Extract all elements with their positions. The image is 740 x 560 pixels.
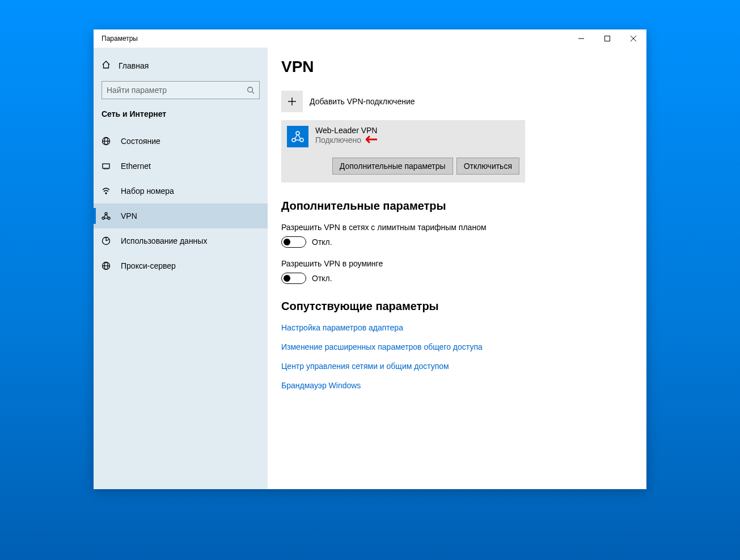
sidebar-item-ethernet[interactable]: Ethernet (94, 154, 268, 179)
home-label: Главная (119, 61, 149, 70)
svg-line-17 (104, 215, 105, 218)
content: VPN Добавить VPN-подключение Web-Leader … (268, 48, 646, 489)
arrow-annotation-icon (366, 135, 377, 145)
category-label: Сеть и Интернет (94, 109, 268, 129)
home-icon (102, 60, 111, 71)
vpn-connection-item[interactable]: Web-Leader VPN Подключено Дополнительные… (281, 120, 525, 183)
sidebar-item-label: Набор номера (121, 186, 174, 196)
globe-icon (102, 137, 111, 146)
add-vpn-button[interactable]: Добавить VPN-подключение (281, 91, 628, 112)
sidebar-item-datausage[interactable]: Использование данных (94, 228, 268, 253)
sidebar-nav: Состояние Ethernet Набор номера (94, 129, 268, 278)
svg-rect-1 (605, 36, 610, 41)
window-title: Параметры (94, 35, 138, 43)
search-input[interactable] (102, 81, 260, 99)
page-title: VPN (281, 58, 628, 76)
toggle-metered[interactable] (281, 236, 306, 248)
svg-line-18 (107, 215, 108, 218)
vpn-icon (102, 211, 111, 220)
sidebar-item-label: Ethernet (121, 162, 151, 171)
settings-window: Параметры Главная (94, 29, 646, 489)
maximize-button[interactable] (594, 29, 620, 48)
svg-point-16 (105, 213, 107, 215)
svg-rect-9 (103, 164, 109, 168)
svg-line-30 (298, 135, 301, 139)
vpn-disconnect-button[interactable]: Отключиться (456, 158, 519, 175)
vpn-status: Подключено (315, 135, 361, 145)
sidebar-item-label: VPN (121, 211, 137, 220)
add-vpn-label: Добавить VPN-подключение (310, 97, 415, 106)
maximize-icon (604, 36, 610, 41)
home-button[interactable]: Главная (94, 48, 268, 81)
window-controls (568, 29, 646, 48)
sidebar-item-label: Прокси-сервер (121, 261, 176, 270)
link-firewall[interactable]: Брандмауэр Windows (281, 381, 628, 390)
related-heading: Сопутствующие параметры (281, 300, 628, 313)
related-links: Настройка параметров адаптера Изменение … (281, 323, 628, 390)
vpn-status-row: Подключено (315, 135, 377, 145)
close-button[interactable] (620, 29, 646, 48)
svg-point-28 (296, 131, 299, 135)
svg-point-4 (248, 87, 253, 92)
vpn-connection-icon (287, 126, 308, 147)
dialup-icon (102, 186, 111, 196)
sidebar-item-vpn[interactable]: VPN (94, 203, 268, 228)
proxy-icon (102, 261, 111, 270)
toggle-roaming[interactable] (281, 273, 306, 284)
setting-label: Разрешить VPN в сетях с лимитным тарифны… (281, 223, 628, 232)
toggle-state: Откл. (312, 237, 332, 247)
link-adapter-settings[interactable]: Настройка параметров адаптера (281, 323, 628, 332)
toggle-state: Откл. (312, 274, 332, 283)
ethernet-icon (102, 162, 111, 171)
vpn-advanced-button[interactable]: Дополнительные параметры (332, 158, 453, 175)
minimize-button[interactable] (568, 29, 594, 48)
search-icon (247, 86, 255, 94)
sidebar-item-status[interactable]: Состояние (94, 129, 268, 154)
minimize-icon (578, 36, 584, 41)
sidebar-item-label: Использование данных (121, 236, 207, 245)
svg-line-5 (252, 92, 255, 94)
plus-icon (281, 91, 303, 112)
setting-label: Разрешить VPN в роуминге (281, 259, 628, 268)
pie-icon (102, 236, 111, 245)
svg-line-29 (295, 135, 297, 139)
advanced-heading: Дополнительные параметры (281, 200, 628, 213)
sidebar-item-proxy[interactable]: Прокси-сервер (94, 253, 268, 278)
link-advanced-sharing[interactable]: Изменение расширенных параметров общего … (281, 342, 628, 351)
titlebar: Параметры (94, 29, 646, 48)
link-network-center[interactable]: Центр управления сетями и общим доступом (281, 362, 628, 371)
sidebar-item-label: Состояние (121, 137, 160, 146)
svg-point-13 (105, 193, 107, 194)
window-body: Главная Сеть и Интернет Состояние (94, 48, 646, 489)
close-icon (631, 36, 636, 41)
sidebar: Главная Сеть и Интернет Состояние (94, 48, 268, 489)
vpn-name: Web-Leader VPN (315, 126, 377, 135)
sidebar-item-dialup[interactable]: Набор номера (94, 179, 268, 203)
search-field[interactable] (107, 86, 247, 95)
